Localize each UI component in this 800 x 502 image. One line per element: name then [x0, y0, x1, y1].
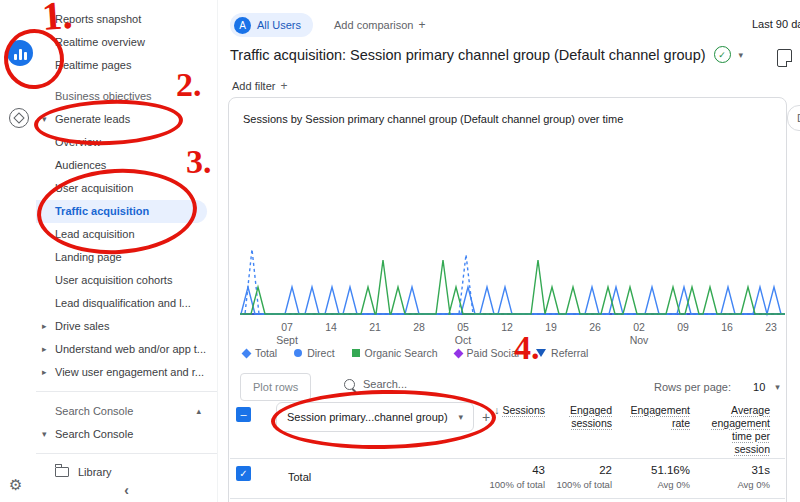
date-range-selector[interactable]: Last 90 da — [752, 18, 800, 30]
compass-icon — [13, 112, 24, 123]
data-quality-check-icon[interactable]: ✓ — [714, 46, 731, 63]
rows-per-page-value: 10 — [753, 381, 765, 393]
sidebar-item-search-console[interactable]: ▾Search Console — [36, 423, 217, 446]
table-search-input[interactable]: Search... — [344, 378, 407, 390]
column-title: Sessions — [502, 404, 545, 416]
chevron-right-icon: ▸ — [42, 315, 47, 338]
report-notes-icon[interactable] — [777, 49, 792, 67]
search-placeholder: Search... — [363, 378, 407, 390]
sidebar-item-label: Search Console — [55, 428, 133, 440]
total-engagement-rate-cell: 51.16%Avg 0% — [622, 464, 690, 490]
chevron-right-icon: ▸ — [42, 338, 47, 361]
row-checkbox[interactable]: ✓ — [236, 466, 251, 481]
divider — [230, 498, 785, 499]
collapse-sidebar-icon[interactable]: ‹ — [36, 482, 217, 498]
series-marker-icon — [242, 348, 252, 358]
x-tick: 28 — [413, 321, 425, 334]
add-filter-button[interactable]: Add filter+ — [232, 79, 287, 93]
select-all-checkbox[interactable]: – — [236, 407, 251, 422]
sidebar-item-label: Drive sales — [55, 320, 109, 332]
legend-item-total[interactable]: Total — [243, 347, 277, 359]
chevron-right-icon: ▸ — [42, 361, 47, 384]
sidebar-section-search-console[interactable]: Search Console▴ — [36, 400, 217, 423]
annotation-step-4: 4. — [514, 329, 540, 367]
total-engaged-sessions-cell: 22100% of total — [550, 464, 612, 490]
legend-label: Paid Social — [467, 347, 520, 359]
plot-rows-button[interactable]: Plot rows — [240, 373, 311, 401]
add-comparison-label: Add comparison — [334, 19, 414, 31]
audience-badge: A — [234, 17, 251, 34]
sidebar-item-library[interactable]: Library — [36, 461, 217, 484]
add-comparison-button[interactable]: Add comparison+ — [334, 18, 426, 32]
sidebar-item-label: Understand web and/or app t... — [55, 343, 206, 355]
chevron-down-icon[interactable]: ▾ — [739, 50, 744, 60]
legend-label: Referral — [551, 347, 588, 359]
folder-icon — [55, 467, 69, 477]
legend-label: Total — [255, 347, 277, 359]
x-tick: 19 — [545, 321, 557, 334]
x-tick: 12 — [501, 321, 513, 334]
legend-item-organic-search[interactable]: Organic Search — [352, 347, 438, 359]
column-title: Engaged sessions — [570, 404, 612, 429]
plus-icon: + — [419, 18, 426, 32]
x-tick: 07Sept — [276, 321, 298, 347]
chevron-up-icon: ▴ — [196, 400, 201, 423]
x-tick: 05Oct — [455, 321, 471, 347]
report-title-row: Traffic acquisition: Session primary cha… — [230, 46, 743, 63]
chart-title: Sessions by Session primary channel grou… — [243, 113, 623, 125]
annotation-step-3: 3. — [186, 143, 212, 181]
rows-per-page-select[interactable]: 10▾ — [753, 381, 780, 393]
series-marker-icon — [453, 348, 463, 358]
sidebar-item-lead-disqualification[interactable]: Lead disqualification and l... — [36, 292, 217, 315]
sessions-chart — [240, 148, 785, 320]
x-tick: 14 — [325, 321, 337, 334]
legend-item-direct[interactable]: Direct — [294, 347, 334, 359]
x-tick: 23 — [765, 321, 777, 334]
divider — [36, 453, 217, 454]
add-filter-label: Add filter — [232, 80, 275, 92]
column-header-engaged-sessions[interactable]: Engaged sessions — [550, 404, 612, 430]
x-tick: 21 — [369, 321, 381, 334]
total-avg-engagement-time-cell: 31sAvg 0% — [697, 464, 770, 490]
sidebar-item-label: Lead disqualification and l... — [55, 297, 191, 309]
x-tick: 26 — [589, 321, 601, 334]
chevron-down-icon: ▾ — [775, 382, 780, 392]
column-title: Average engagement time per session — [712, 404, 770, 455]
all-users-chip[interactable]: A All Users — [230, 13, 313, 37]
sidebar-section-label: Search Console — [55, 405, 133, 417]
column-header-engagement-rate[interactable]: Engagement rate — [622, 404, 690, 430]
rows-per-page-control: Rows per page: 10▾ — [654, 381, 780, 393]
all-users-label: All Users — [257, 19, 301, 31]
legend-label: Direct — [307, 347, 334, 359]
sidebar-item-view-user-engagement[interactable]: ▸View user engagement and r... — [36, 361, 217, 384]
column-header-avg-engagement-time[interactable]: Average engagement time per session — [697, 404, 770, 456]
plus-icon: + — [280, 79, 287, 93]
sidebar-item-label: Realtime pages — [55, 59, 131, 71]
legend-item-paid-social[interactable]: Paid Social — [455, 347, 520, 359]
total-sessions-cell: 43100% of total — [465, 464, 545, 490]
x-tick: 02Nov — [630, 321, 649, 347]
rows-per-page-label: Rows per page: — [654, 381, 731, 393]
series-marker-icon — [352, 349, 360, 357]
explore-nav-icon[interactable] — [9, 108, 29, 128]
ga4-app: ⚙ Reports snapshot Realtime overview Rea… — [0, 0, 800, 502]
sidebar-item-label: Audiences — [55, 159, 106, 171]
sidebar-item-user-acquisition-cohorts[interactable]: User acquisition cohorts — [36, 269, 217, 292]
x-tick: 09 — [677, 321, 689, 334]
chart-corner-button[interactable]: D — [787, 105, 800, 131]
legend-item-referral[interactable]: Referral — [536, 347, 588, 359]
admin-gear-icon[interactable]: ⚙ — [9, 477, 22, 492]
sidebar-item-label: Library — [78, 466, 112, 478]
sidebar-item-drive-sales[interactable]: ▸Drive sales — [36, 315, 217, 338]
annotation-step-2: 2. — [176, 66, 202, 104]
total-row-label: Total — [288, 471, 311, 483]
column-title: Engagement rate — [630, 404, 690, 429]
sidebar-item-understand-web-app[interactable]: ▸Understand web and/or app t... — [36, 338, 217, 361]
legend-label: Organic Search — [365, 347, 438, 359]
chevron-down-icon: ▾ — [42, 423, 47, 446]
annotation-step-1: 1. — [40, 0, 73, 40]
sidebar-item-label: User acquisition cohorts — [55, 274, 172, 286]
divider — [36, 391, 217, 392]
search-icon — [344, 379, 355, 390]
series-marker-icon — [294, 349, 302, 357]
